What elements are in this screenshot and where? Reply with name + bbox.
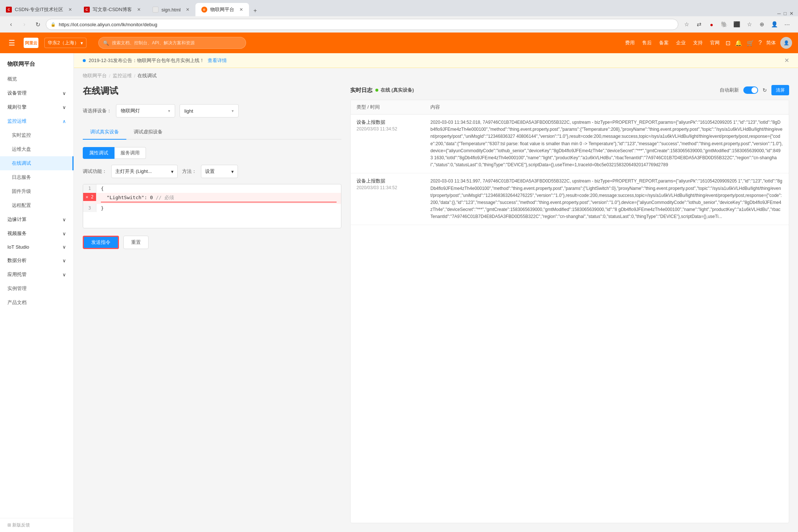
back-button[interactable]: ‹ (6, 19, 16, 30)
lang-switch[interactable]: 简体 (766, 40, 776, 46)
tab-label-write: 写文章-CSDN博客 (93, 6, 132, 13)
tab-close-csdn[interactable]: ✕ (68, 7, 72, 12)
announcement-close-button[interactable]: ✕ (784, 57, 789, 64)
breadcrumb-monitor[interactable]: 监控运维 (113, 72, 132, 79)
device-name-value: light (184, 108, 193, 114)
extension1-icon[interactable]: ⇄ (694, 19, 704, 30)
test-tab-property[interactable]: 属性调试 (83, 147, 115, 159)
browser-tab-iot[interactable]: ⊙ 物联网平台 ✕ (195, 3, 249, 16)
close-icon[interactable]: ✕ (790, 11, 794, 16)
global-search[interactable]: 🔍 搜索文档、控制台、API、解决方案和资源 (98, 37, 246, 49)
col-type-header: 类型 / 时间 (357, 104, 430, 110)
log-entry-name-1: 设备上报数据 (357, 119, 430, 126)
user-avatar[interactable]: 👤 (780, 37, 792, 49)
device-name-dropdown[interactable]: light ▾ (180, 104, 239, 117)
address-bar[interactable]: 🔒 https://iot.console.aliyun.com/lk/moni… (46, 19, 678, 30)
sidebar-item-data-analysis[interactable]: 数据分析 ∨ (0, 253, 74, 267)
sidebar-item-video-service[interactable]: 视频服务 ∨ (0, 226, 74, 241)
minimize-icon[interactable]: ─ (777, 11, 781, 16)
log-actions: 自动刷新 ↻ 清屏 (720, 85, 789, 95)
browser-tab-csdn[interactable]: C CSDN-专业IT技术社区 ✕ (0, 3, 78, 16)
method-dropdown[interactable]: 设置 ▾ (201, 165, 238, 178)
function-dropdown[interactable]: 主灯开关 (Light... ▾ (111, 165, 178, 178)
sidebar-item-rule-engine[interactable]: 规则引擎 ∨ (0, 100, 74, 114)
log-entry-time-2: 2020/03/03 11:34:52 (357, 185, 430, 190)
sidebar-item-log-service[interactable]: 日志服务 (0, 170, 74, 184)
question-icon[interactable]: ? (758, 40, 762, 46)
log-entry-time-1: 2020/03/03 11:34:52 (357, 126, 430, 132)
clear-button[interactable]: 清屏 (771, 85, 789, 95)
sidebar: 物联网平台 概览 设备管理 ∨ 规则引擎 ∨ 监控运维 ∧ 实时监控 运维大盘 (0, 53, 74, 532)
extension3-icon[interactable]: 🐘 (719, 19, 729, 30)
cart-icon[interactable]: 🛒 (747, 40, 754, 47)
sidebar-item-firmware-upgrade[interactable]: 固件升级 (0, 184, 74, 198)
log-entry-content-1: 2020-03-03 11:34:52.018, 7A9746C01B7D4E8… (430, 119, 783, 168)
sidebar-footer-feedback[interactable]: ⊞ 新版反馈 (0, 518, 74, 532)
message-icon[interactable]: ⊡ (726, 40, 730, 47)
bell-icon[interactable]: 🔔 (735, 40, 742, 47)
tab-close-sign[interactable]: ✕ (186, 7, 190, 12)
log-entry-type-1: 设备上报数据 2020/03/03 11:34:52 (357, 119, 430, 132)
sidebar-item-edge-compute[interactable]: 边缘计算 ∨ (0, 212, 74, 226)
browser-tab-sign[interactable]: sign.html ✕ (147, 3, 195, 16)
tab-real-device[interactable]: 调试真实设备 (83, 125, 126, 140)
sidebar-item-device-mgmt[interactable]: 设备管理 ∨ (0, 86, 74, 100)
device-type-dropdown[interactable]: 物联网灯 ▾ (116, 104, 175, 117)
tab-close-write[interactable]: ✕ (137, 7, 141, 12)
sidebar-item-online-debug[interactable]: 在线调试 (0, 156, 74, 170)
sidebar-item-overview[interactable]: 概览 (0, 72, 74, 86)
tab-virtual-device[interactable]: 调试虚拟设备 (126, 125, 170, 140)
nav-link-register[interactable]: 备案 (659, 40, 669, 46)
sidebar-item-remote-config[interactable]: 远程配置 (0, 198, 74, 212)
reset-button[interactable]: 重置 (123, 236, 149, 249)
sidebar-item-product-docs[interactable]: 产品文档 (0, 296, 74, 310)
announcement-link[interactable]: 查看详情 (208, 57, 227, 64)
tab-close-iot[interactable]: ✕ (239, 7, 243, 12)
forward-button[interactable]: › (19, 19, 30, 30)
region-selector[interactable]: 华东2（上海） ▾ (44, 38, 86, 48)
device-selector-row: 请选择设备： 物联网灯 ▾ light ▾ (83, 104, 341, 117)
announcement-dot (83, 59, 86, 62)
lock-icon: 🔒 (51, 22, 56, 27)
sidebar-item-app-hosting[interactable]: 应用托管 ∨ (0, 267, 74, 282)
more-icon[interactable]: ⋯ (782, 19, 792, 30)
extension6-icon[interactable]: ⊕ (757, 19, 767, 30)
refresh-icon[interactable]: ↻ (763, 87, 767, 93)
sidebar-item-instance-mgmt[interactable]: 实例管理 (0, 282, 74, 296)
region-text: 华东2（上海） (48, 40, 79, 46)
chevron-down-icon: ∨ (62, 91, 66, 96)
bookmark-icon[interactable]: ☆ (681, 19, 692, 30)
nav-link-fees[interactable]: 费用 (625, 40, 635, 46)
test-tab-service[interactable]: 服务调用 (115, 147, 146, 159)
sidebar-item-iot-studio[interactable]: IoT Studio ∨ (0, 241, 74, 253)
breadcrumb-iot[interactable]: 物联网平台 (83, 72, 107, 79)
sidebar-item-monitor-ops[interactable]: 监控运维 ∧ (0, 114, 74, 128)
code-editor[interactable]: 1 { ✕ 2 "LightSwitch": 0 // 必须 3 (83, 184, 341, 228)
breadcrumb-sep1: / (109, 73, 110, 79)
sidebar-title: 物联网平台 (0, 53, 74, 72)
extension2-icon[interactable]: ● (706, 19, 717, 30)
extension5-icon[interactable]: ☆ (744, 19, 754, 30)
log-title: 实时日志 在线 (真实设备) (350, 87, 414, 94)
menu-button[interactable]: ☰ (6, 37, 18, 49)
extension7-icon[interactable]: 👤 (769, 19, 780, 30)
nav-link-help[interactable]: 支持 (693, 40, 703, 46)
nav-link-official[interactable]: 官网 (710, 40, 720, 46)
send-command-button[interactable]: 发送指令 (83, 236, 119, 249)
test-tab-group: 属性调试 服务调用 (83, 147, 341, 159)
main-content: 物联网平台 概览 设备管理 ∨ 规则引擎 ∨ 监控运维 ∧ 实时监控 运维大盘 (0, 53, 798, 532)
nav-link-support[interactable]: 售后 (642, 40, 652, 46)
auto-refresh-toggle[interactable] (743, 86, 758, 94)
method-label: 方法： (182, 168, 197, 175)
sidebar-item-ops-board[interactable]: 运维大盘 (0, 142, 74, 156)
reload-button[interactable]: ↻ (33, 19, 43, 30)
sidebar-item-realtime-monitor[interactable]: 实时监控 (0, 128, 74, 142)
browser-tab-write[interactable]: C 写文章-CSDN博客 ✕ (78, 3, 147, 16)
log-entry-type-2: 设备上报数据 2020/03/03 11:34:52 (357, 178, 430, 190)
nav-link-enterprise[interactable]: 企业 (676, 40, 686, 46)
extension4-icon[interactable]: ⬛ (732, 19, 742, 30)
toggle-knob (751, 87, 757, 93)
maximize-icon[interactable]: □ (784, 11, 787, 16)
device-name-chevron-icon: ▾ (232, 109, 234, 113)
new-tab-button[interactable]: + (249, 5, 261, 16)
